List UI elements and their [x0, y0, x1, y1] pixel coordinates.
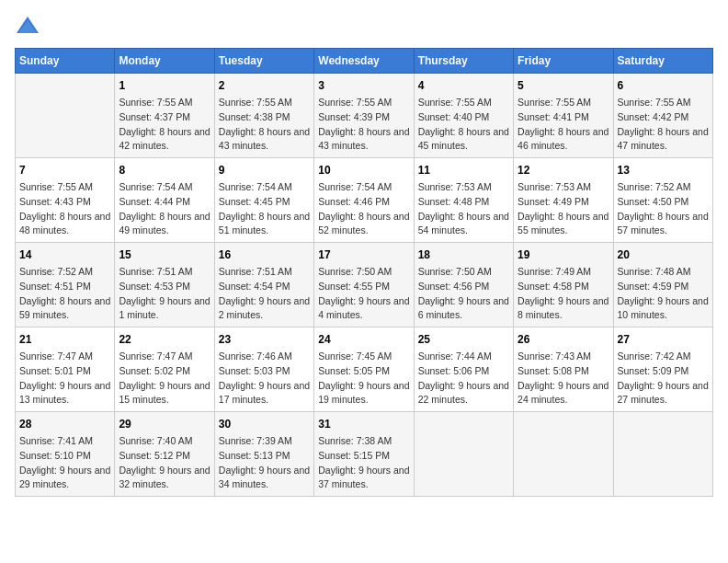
day-info: Sunrise: 7:55 AMSunset: 4:41 PMDaylight:…	[518, 96, 609, 154]
day-number: 5	[518, 77, 609, 94]
day-info: Sunrise: 7:52 AMSunset: 4:51 PMDaylight:…	[19, 265, 110, 323]
header-thursday: Thursday	[414, 49, 513, 74]
day-cell: 5Sunrise: 7:55 AMSunset: 4:41 PMDaylight…	[514, 74, 613, 158]
day-info: Sunrise: 7:55 AMSunset: 4:38 PMDaylight:…	[219, 96, 310, 154]
day-cell: 23Sunrise: 7:46 AMSunset: 5:03 PMDayligh…	[214, 327, 313, 412]
day-cell: 29Sunrise: 7:40 AMSunset: 5:12 PMDayligh…	[115, 412, 214, 497]
day-info: Sunrise: 7:50 AMSunset: 4:56 PMDaylight:…	[418, 265, 509, 323]
day-cell: 17Sunrise: 7:50 AMSunset: 4:55 PMDayligh…	[314, 243, 414, 327]
day-info: Sunrise: 7:51 AMSunset: 4:54 PMDaylight:…	[219, 265, 310, 323]
day-number: 13	[618, 162, 709, 178]
day-number: 3	[318, 77, 409, 94]
page-header	[15, 15, 713, 37]
day-cell: 3Sunrise: 7:55 AMSunset: 4:39 PMDaylight…	[314, 74, 414, 158]
day-cell: 31Sunrise: 7:38 AMSunset: 5:15 PMDayligh…	[314, 412, 414, 497]
day-cell: 28Sunrise: 7:41 AMSunset: 5:10 PMDayligh…	[16, 412, 115, 497]
day-info: Sunrise: 7:38 AMSunset: 5:15 PMDaylight:…	[318, 434, 409, 492]
day-cell: 21Sunrise: 7:47 AMSunset: 5:01 PMDayligh…	[16, 327, 115, 412]
day-info: Sunrise: 7:54 AMSunset: 4:45 PMDaylight:…	[219, 180, 310, 238]
day-cell	[514, 412, 613, 497]
day-cell: 8Sunrise: 7:54 AMSunset: 4:44 PMDaylight…	[115, 158, 214, 243]
day-info: Sunrise: 7:55 AMSunset: 4:40 PMDaylight:…	[418, 96, 509, 154]
header-wednesday: Wednesday	[314, 49, 414, 74]
day-info: Sunrise: 7:53 AMSunset: 4:48 PMDaylight:…	[418, 180, 509, 238]
day-info: Sunrise: 7:47 AMSunset: 5:01 PMDaylight:…	[19, 350, 110, 408]
day-cell: 2Sunrise: 7:55 AMSunset: 4:38 PMDaylight…	[214, 74, 313, 158]
day-info: Sunrise: 7:39 AMSunset: 5:13 PMDaylight:…	[219, 434, 310, 492]
day-cell	[414, 412, 513, 497]
day-number: 6	[618, 77, 709, 94]
day-cell: 19Sunrise: 7:49 AMSunset: 4:58 PMDayligh…	[514, 243, 613, 327]
day-number: 27	[618, 331, 709, 348]
day-info: Sunrise: 7:52 AMSunset: 4:50 PMDaylight:…	[618, 180, 709, 238]
day-number: 23	[219, 331, 310, 348]
day-cell: 6Sunrise: 7:55 AMSunset: 4:42 PMDaylight…	[613, 74, 712, 158]
day-info: Sunrise: 7:48 AMSunset: 4:59 PMDaylight:…	[618, 265, 709, 323]
day-info: Sunrise: 7:46 AMSunset: 5:03 PMDaylight:…	[219, 350, 310, 408]
day-info: Sunrise: 7:43 AMSunset: 5:08 PMDaylight:…	[518, 350, 609, 408]
day-cell: 25Sunrise: 7:44 AMSunset: 5:06 PMDayligh…	[414, 327, 513, 412]
day-info: Sunrise: 7:55 AMSunset: 4:43 PMDaylight:…	[19, 180, 110, 238]
week-row-3: 14Sunrise: 7:52 AMSunset: 4:51 PMDayligh…	[16, 243, 713, 327]
day-cell: 10Sunrise: 7:54 AMSunset: 4:46 PMDayligh…	[314, 158, 414, 243]
day-number: 8	[119, 162, 210, 178]
day-number: 16	[219, 247, 310, 263]
day-number: 12	[518, 162, 609, 178]
day-number: 25	[418, 331, 509, 348]
day-cell: 27Sunrise: 7:42 AMSunset: 5:09 PMDayligh…	[613, 327, 712, 412]
day-number: 10	[318, 162, 409, 178]
day-cell: 15Sunrise: 7:51 AMSunset: 4:53 PMDayligh…	[115, 243, 214, 327]
day-cell: 1Sunrise: 7:55 AMSunset: 4:37 PMDaylight…	[115, 74, 214, 158]
day-number: 7	[19, 162, 110, 178]
day-info: Sunrise: 7:47 AMSunset: 5:02 PMDaylight:…	[119, 350, 210, 408]
day-info: Sunrise: 7:54 AMSunset: 4:46 PMDaylight:…	[318, 180, 409, 238]
day-cell: 9Sunrise: 7:54 AMSunset: 4:45 PMDaylight…	[214, 158, 313, 243]
day-info: Sunrise: 7:44 AMSunset: 5:06 PMDaylight:…	[418, 350, 509, 408]
day-info: Sunrise: 7:42 AMSunset: 5:09 PMDaylight:…	[618, 350, 709, 408]
day-info: Sunrise: 7:49 AMSunset: 4:58 PMDaylight:…	[518, 265, 609, 323]
day-cell: 30Sunrise: 7:39 AMSunset: 5:13 PMDayligh…	[214, 412, 313, 497]
day-info: Sunrise: 7:53 AMSunset: 4:49 PMDaylight:…	[518, 180, 609, 238]
week-row-1: 1Sunrise: 7:55 AMSunset: 4:37 PMDaylight…	[16, 74, 713, 158]
day-cell: 26Sunrise: 7:43 AMSunset: 5:08 PMDayligh…	[514, 327, 613, 412]
day-cell	[613, 412, 712, 497]
day-cell: 12Sunrise: 7:53 AMSunset: 4:49 PMDayligh…	[514, 158, 613, 243]
day-number: 30	[219, 416, 310, 432]
day-number: 18	[418, 247, 509, 263]
day-info: Sunrise: 7:51 AMSunset: 4:53 PMDaylight:…	[119, 265, 210, 323]
header-saturday: Saturday	[613, 49, 712, 74]
week-row-4: 21Sunrise: 7:47 AMSunset: 5:01 PMDayligh…	[16, 327, 713, 412]
day-number: 20	[618, 247, 709, 263]
calendar-table: SundayMondayTuesdayWednesdayThursdayFrid…	[15, 48, 713, 497]
day-info: Sunrise: 7:55 AMSunset: 4:42 PMDaylight:…	[618, 96, 709, 154]
day-number: 31	[318, 416, 409, 432]
day-cell	[16, 74, 115, 158]
day-number: 28	[19, 416, 110, 432]
day-cell: 18Sunrise: 7:50 AMSunset: 4:56 PMDayligh…	[414, 243, 513, 327]
day-number: 19	[518, 247, 609, 263]
day-cell: 11Sunrise: 7:53 AMSunset: 4:48 PMDayligh…	[414, 158, 513, 243]
day-info: Sunrise: 7:45 AMSunset: 5:05 PMDaylight:…	[318, 350, 409, 408]
header-tuesday: Tuesday	[214, 49, 313, 74]
logo	[15, 15, 44, 37]
day-number: 9	[219, 162, 310, 178]
day-cell: 22Sunrise: 7:47 AMSunset: 5:02 PMDayligh…	[115, 327, 214, 412]
day-number: 21	[19, 331, 110, 348]
day-number: 24	[318, 331, 409, 348]
calendar-header-row: SundayMondayTuesdayWednesdayThursdayFrid…	[16, 49, 713, 74]
day-info: Sunrise: 7:41 AMSunset: 5:10 PMDaylight:…	[19, 434, 110, 492]
day-number: 22	[119, 331, 210, 348]
header-monday: Monday	[115, 49, 214, 74]
day-number: 4	[418, 77, 509, 94]
day-number: 14	[19, 247, 110, 263]
day-info: Sunrise: 7:40 AMSunset: 5:12 PMDaylight:…	[119, 434, 210, 492]
day-number: 1	[119, 77, 210, 94]
day-number: 29	[119, 416, 210, 432]
logo-icon	[15, 15, 40, 37]
day-cell: 7Sunrise: 7:55 AMSunset: 4:43 PMDaylight…	[16, 158, 115, 243]
day-number: 15	[119, 247, 210, 263]
day-cell: 13Sunrise: 7:52 AMSunset: 4:50 PMDayligh…	[613, 158, 712, 243]
day-info: Sunrise: 7:55 AMSunset: 4:39 PMDaylight:…	[318, 96, 409, 154]
day-cell: 16Sunrise: 7:51 AMSunset: 4:54 PMDayligh…	[214, 243, 313, 327]
day-number: 26	[518, 331, 609, 348]
